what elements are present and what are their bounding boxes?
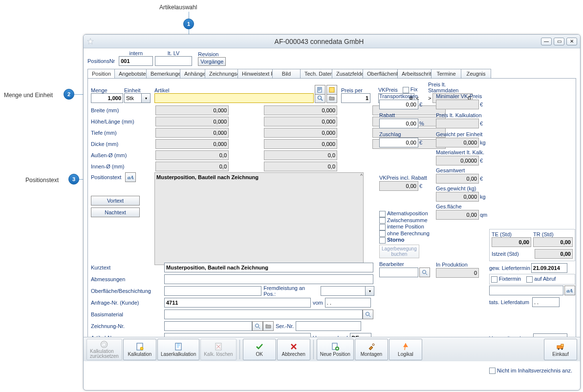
search-zeich-icon[interactable]: [252, 321, 263, 331]
breite-input-2[interactable]: [264, 105, 337, 115]
tab-bar: Position Angebotstext Bemerkungen Anhäng…: [87, 69, 576, 78]
hoehe-input-2[interactable]: [264, 117, 337, 126]
vom-input[interactable]: [325, 298, 371, 308]
fixtermin-checkbox[interactable]: [491, 276, 497, 283]
tab-bemerkungen[interactable]: Bemerkungen: [146, 69, 180, 78]
tab-angebotstext[interactable]: Angebotstext: [114, 69, 147, 78]
aussen-input-2[interactable]: [264, 150, 337, 160]
aussen-input-1[interactable]: [155, 150, 229, 160]
preisper-input[interactable]: [341, 93, 370, 103]
tab-anhaenge[interactable]: Anhänge: [180, 69, 205, 78]
einheit-dropdown[interactable]: ▾: [142, 93, 151, 103]
svg-point-25: [558, 348, 560, 350]
rabatt-label: Rabatt: [379, 112, 433, 118]
bearbeiter-input[interactable]: [379, 268, 418, 277]
dicke-input-2[interactable]: [264, 139, 337, 149]
euro-unit: €: [480, 102, 489, 107]
footer-toolbar: Kalkulation zurücksetzen Kalkulation Las…: [84, 337, 580, 361]
rabatt-input[interactable]: [379, 119, 418, 128]
storno-checkbox[interactable]: [379, 237, 386, 244]
minimize-button[interactable]: —: [541, 38, 552, 45]
font-icon[interactable]: aA: [125, 172, 136, 182]
close-button[interactable]: ✕: [566, 38, 577, 45]
transport-input[interactable]: [379, 100, 418, 109]
tab-bild[interactable]: Bild: [272, 69, 301, 78]
maximize-button[interactable]: ▭: [554, 38, 564, 45]
zwsum-checkbox[interactable]: [379, 217, 386, 224]
lagerbewegung-button[interactable]: Lagerbewegung buchen: [379, 245, 419, 258]
gewliefer-input[interactable]: [531, 263, 567, 273]
svg-line-7: [369, 315, 370, 317]
positionsnr-input[interactable]: [119, 56, 153, 66]
sernr-input[interactable]: [296, 321, 361, 331]
tab-zusatzfelder[interactable]: Zusatzfelder: [332, 69, 363, 78]
montagen-button[interactable]: Montagen: [355, 339, 388, 360]
laserkalk-button[interactable]: Laserkalkulation: [157, 339, 199, 360]
search-bearbeiter-icon[interactable]: [419, 268, 430, 277]
aufabruf-checkbox[interactable]: [526, 276, 533, 283]
einheit-input[interactable]: [124, 93, 142, 103]
gesflaeche-label: Ges.fläche: [436, 204, 490, 209]
ok-button[interactable]: OK: [243, 339, 276, 360]
altpos-checkbox[interactable]: [379, 211, 386, 217]
tiefe-input-1[interactable]: [155, 128, 229, 138]
tab-oberflaechenbe[interactable]: Oberflächenbe: [363, 69, 398, 78]
note-icon[interactable]: [326, 85, 337, 95]
tab-position[interactable]: Position: [87, 69, 115, 78]
vortext-button[interactable]: Vortext: [91, 196, 140, 206]
basis-input[interactable]: [164, 309, 363, 319]
doc-icon[interactable]: [315, 85, 325, 95]
abmess-input[interactable]: [164, 274, 373, 284]
oberf-input[interactable]: [164, 286, 262, 296]
tiefe-input-2[interactable]: [264, 128, 337, 138]
ohneber-checkbox[interactable]: [379, 230, 386, 237]
vorgaenge-button[interactable]: Vorgänge: [198, 57, 226, 66]
tab-zeichnungsor[interactable]: Zeichnungsor: [205, 69, 238, 78]
innen-input-2[interactable]: [264, 162, 337, 171]
notes-input[interactable]: [489, 286, 563, 295]
hoehe-input-1[interactable]: [155, 117, 229, 126]
anfrage-label: Anfrage-Nr. (Kunde): [91, 300, 164, 306]
kalkulation-button[interactable]: Kalkulation: [123, 339, 156, 360]
positionstext-area[interactable]: Musterposition, Bauteil nach Zeichnung: [154, 172, 364, 265]
folder-icon[interactable]: [326, 93, 337, 103]
tab-hinweistext[interactable]: Hinweistext Fi: [238, 69, 273, 78]
kalk-delete-button[interactable]: Kalk. löschen: [200, 339, 236, 360]
innen-input-1[interactable]: [155, 162, 229, 171]
zuschlag-input[interactable]: [379, 138, 418, 147]
svg-point-8: [256, 324, 259, 328]
tab-termine[interactable]: Termine: [431, 69, 461, 78]
tatsliefer-input[interactable]: [532, 297, 560, 307]
einkauf-button[interactable]: Einkauf: [544, 339, 577, 360]
folder-zeich-icon[interactable]: [263, 321, 274, 331]
euro-unit: €: [480, 121, 489, 126]
neue-position-button[interactable]: Neue Position: [317, 339, 354, 360]
kurztext-input[interactable]: [164, 263, 373, 272]
sernr-label: Ser.-Nr.: [276, 323, 294, 329]
search-icon[interactable]: [315, 93, 325, 103]
font-icon-2[interactable]: aA: [564, 286, 575, 295]
scroll-up-icon[interactable]: ^: [360, 173, 363, 179]
breite-input-1[interactable]: [155, 105, 229, 115]
search-basis-icon[interactable]: [363, 309, 373, 319]
nichtim-checkbox[interactable]: [489, 368, 496, 374]
fix-checkbox[interactable]: [403, 87, 409, 93]
fremd-dropdown[interactable]: ▾: [366, 286, 374, 296]
abbrechen-button[interactable]: Abbrechen: [277, 339, 310, 360]
tab-zeugnis[interactable]: Zeugnis: [461, 69, 491, 78]
tab-arbeitsschritte[interactable]: Arbeitsschritte: [397, 69, 432, 78]
tab-techdaten[interactable]: Tech. Daten: [300, 69, 332, 78]
anfrage-input[interactable]: [164, 298, 311, 308]
callout-badge-3: 3: [68, 174, 79, 185]
nachtext-button[interactable]: Nachtext: [91, 207, 140, 217]
menge-input[interactable]: [91, 93, 123, 103]
vkincl-input: [379, 181, 418, 191]
ltlv-input[interactable]: [155, 56, 192, 66]
dicke-input-1[interactable]: [155, 139, 229, 149]
artikel-input[interactable]: [154, 93, 314, 103]
kalk-reset-button[interactable]: Kalkulation zurücksetzen: [86, 339, 122, 360]
fremd-input[interactable]: [321, 286, 366, 296]
intpos-checkbox[interactable]: [379, 224, 386, 230]
zeich-input[interactable]: [164, 321, 252, 331]
logikal-button[interactable]: Logikal: [389, 339, 422, 360]
